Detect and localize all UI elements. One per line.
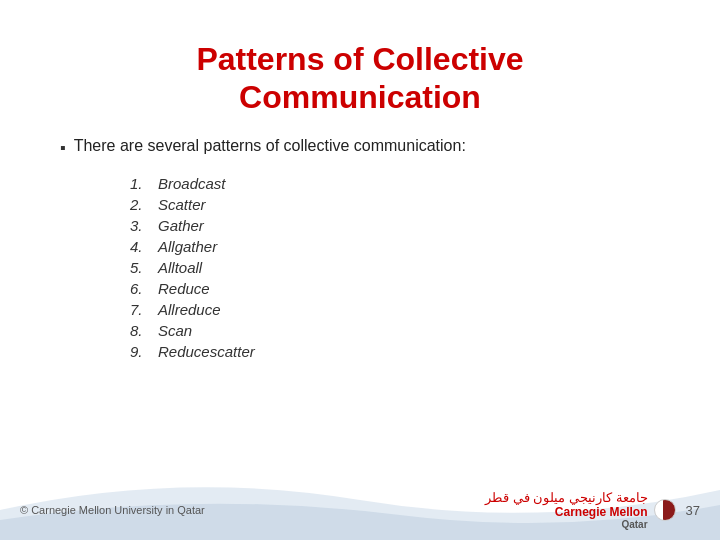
cmu-logo: جامعة كارنيجي ميلون في قطر Carnegie Mell… (485, 490, 675, 530)
arabic-text: جامعة كارنيجي ميلون في قطر (485, 490, 647, 505)
list-item: 8.Scan (130, 322, 670, 339)
slide: Patterns of Collective Communication ▪ T… (0, 0, 720, 540)
list-label: Reducescatter (158, 343, 255, 360)
main-bullet: ▪ There are several patterns of collecti… (50, 137, 670, 157)
list-item: 7.Allreduce (130, 301, 670, 318)
title-line2: Communication (239, 79, 481, 115)
list-number: 4. (130, 238, 158, 255)
page-number: 37 (686, 503, 700, 518)
list-number: 2. (130, 196, 158, 213)
carnegie-text: Carnegie Mellon (555, 505, 648, 519)
list-item: 3.Gather (130, 217, 670, 234)
list-number: 8. (130, 322, 158, 339)
title-line1: Patterns of Collective (196, 41, 523, 77)
footer-right: جامعة كارنيجي ميلون في قطر Carnegie Mell… (485, 490, 700, 530)
list-number: 9. (130, 343, 158, 360)
list-label: Scatter (158, 196, 206, 213)
list-label: Allgather (158, 238, 217, 255)
bullet-icon: ▪ (60, 139, 66, 157)
list-container: 1.Broadcast2.Scatter3.Gather4.Allgather5… (50, 175, 670, 364)
slide-title: Patterns of Collective Communication (50, 40, 670, 117)
qatar-text: Qatar (621, 519, 647, 530)
list-label: Broadcast (158, 175, 226, 192)
list-number: 3. (130, 217, 158, 234)
list-number: 1. (130, 175, 158, 192)
list-item: 9.Reducescatter (130, 343, 670, 360)
list-item: 6.Reduce (130, 280, 670, 297)
list-number: 7. (130, 301, 158, 318)
list-item: 1.Broadcast (130, 175, 670, 192)
footer: © Carnegie Mellon University in Qatar جا… (20, 490, 700, 530)
list-label: Allreduce (158, 301, 221, 318)
list-label: Alltoall (158, 259, 202, 276)
list-label: Scan (158, 322, 192, 339)
list-number: 5. (130, 259, 158, 276)
main-bullet-text: There are several patterns of collective… (74, 137, 466, 155)
logo-box: جامعة كارنيجي ميلون في قطر Carnegie Mell… (485, 490, 647, 530)
qatar-flag-icon (654, 499, 676, 521)
list-item: 5.Alltoall (130, 259, 670, 276)
list-label: Gather (158, 217, 204, 234)
list-item: 4.Allgather (130, 238, 670, 255)
list-label: Reduce (158, 280, 210, 297)
list-number: 6. (130, 280, 158, 297)
copyright-text: © Carnegie Mellon University in Qatar (20, 504, 205, 516)
list-item: 2.Scatter (130, 196, 670, 213)
